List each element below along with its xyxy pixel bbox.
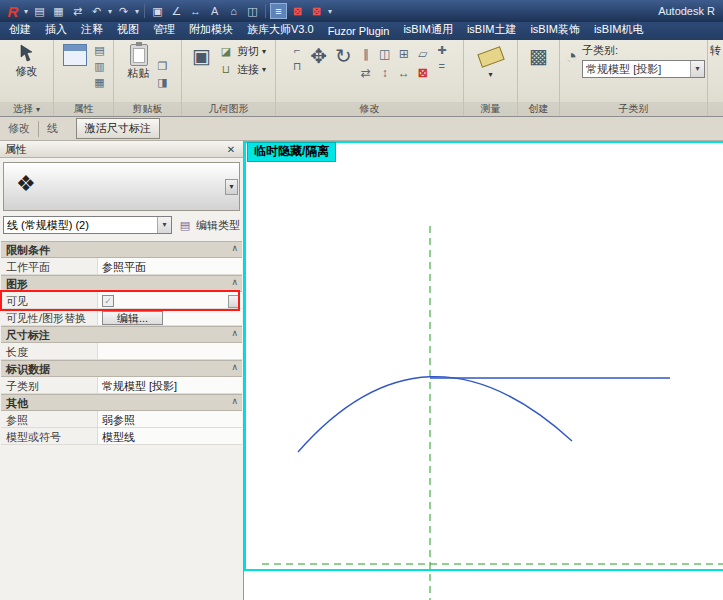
rotate-button[interactable]: ↻ (332, 43, 355, 69)
trim-icon[interactable]: ⇄ (357, 64, 375, 82)
tab-fuzor-plugin[interactable]: Fuzor Plugin (321, 23, 397, 40)
cut-geometry-big-button[interactable]: ▣ (189, 43, 214, 69)
modify-tool-button[interactable]: 修改 (13, 43, 41, 80)
tab-view[interactable]: 视图 (110, 20, 146, 40)
section-icon[interactable]: ◫ (244, 3, 261, 19)
thin-lines-icon[interactable]: ≡ (270, 3, 287, 19)
tab-isbim-decoration[interactable]: isBIM装饰 (523, 20, 587, 40)
subcategory-dropdown[interactable]: 常规模型 [投影] ▾ (582, 60, 705, 78)
tab-create[interactable]: 创建 (2, 20, 38, 40)
family-types-icon[interactable]: ▤ (92, 43, 108, 58)
properties-close-icon[interactable]: ✕ (224, 144, 238, 155)
section-graphics[interactable]: 图形∧ (1, 275, 242, 292)
redo-caret-icon[interactable]: ▾ (135, 7, 139, 16)
subcategory-value-cell[interactable]: 常规模型 [投影] (98, 377, 242, 393)
tab-isbim-mep[interactable]: isBIM机电 (587, 20, 651, 40)
edit-type-button[interactable]: ▤ 编辑类型 (177, 216, 240, 234)
panel-create: ▩ 创建 (518, 40, 560, 116)
revit-logo[interactable]: R (4, 3, 22, 20)
cut-geometry-button[interactable]: ◪ 剪切 ▾ (216, 43, 268, 60)
switch-windows-icon[interactable]: ⊠ (308, 3, 325, 19)
length-value[interactable] (98, 343, 242, 359)
default-3d-view-icon[interactable]: ⌂ (225, 3, 242, 19)
edit-type-label: 编辑类型 (196, 218, 240, 233)
tab-manage[interactable]: 管理 (146, 20, 182, 40)
undo-caret-icon[interactable]: ▾ (108, 7, 112, 16)
array-icon[interactable]: ⊞ (395, 45, 413, 63)
offset-icon[interactable]: ∥ (357, 45, 375, 63)
type-selector-dropdown[interactable]: 线 (常规模型) (2) ▾ (3, 216, 172, 234)
panel-label-properties[interactable]: 属性 (54, 102, 113, 116)
close-hidden-windows-icon[interactable]: ⊠ (289, 3, 306, 19)
section-dimensions[interactable]: 尺寸标注∧ (1, 326, 242, 343)
redo-icon[interactable]: ↷ (115, 3, 132, 19)
reference-value[interactable]: 弱参照 (98, 411, 242, 427)
view-graphics (244, 141, 723, 600)
tab-isbim-structure[interactable]: isBIM土建 (460, 20, 524, 40)
qat-customize-caret-icon[interactable]: ▾ (328, 7, 332, 16)
move-button[interactable]: ✥ (307, 43, 330, 69)
join-geometry-button[interactable]: ⊔ 连接 ▾ (216, 61, 268, 78)
cut-label: 剪切 (237, 44, 259, 59)
copy-icon[interactable]: ❐ (155, 59, 171, 74)
scale-icon[interactable]: ▱ (414, 45, 432, 63)
align-icon[interactable]: ⌐ (289, 43, 305, 58)
measure-icon[interactable]: ∠ (168, 3, 185, 19)
tab-isbim-general[interactable]: isBIM通用 (396, 20, 460, 40)
panel-label-subcategory[interactable]: 子类别 (560, 102, 707, 116)
family-category-icon[interactable]: ▥ (92, 59, 108, 74)
type-properties-icon[interactable]: ▦ (92, 75, 108, 90)
overflow-cut-label[interactable]: 转 (710, 43, 721, 58)
section-constraints[interactable]: 限制条件∧ (1, 241, 242, 258)
model-arc-line[interactable] (298, 377, 572, 452)
section-identity-data[interactable]: 标识数据∧ (1, 360, 242, 377)
panel-label-geometry[interactable]: 几何图形 (182, 102, 275, 116)
split-icon[interactable]: ↕ (376, 64, 394, 82)
panel-label-clipboard[interactable]: 剪贴板 (114, 102, 181, 116)
create-group-button[interactable]: ▩ (526, 43, 551, 69)
paste-button[interactable]: 粘贴 (125, 43, 153, 82)
type-preview[interactable]: ❖ ▾ (3, 162, 240, 211)
panel-label-select[interactable]: 选择 ▾ (0, 102, 53, 116)
preview-caret-icon[interactable]: ▾ (225, 179, 238, 195)
cut-icon[interactable] (155, 43, 171, 58)
tab-addins[interactable]: 附加模块 (182, 20, 240, 40)
work-plane-value[interactable]: 参照平面 (98, 258, 242, 274)
tab-annotate[interactable]: 注释 (74, 20, 110, 40)
subcategory-big-button[interactable]: ◔ (562, 43, 580, 69)
print-icon[interactable]: ▣ (149, 3, 166, 19)
sync-icon[interactable]: ⇄ (69, 3, 86, 19)
app-menu-caret-icon[interactable]: ▾ (24, 7, 28, 16)
undo-icon[interactable]: ↶ (88, 3, 105, 19)
associate-parameter-button[interactable] (228, 295, 239, 308)
save-icon[interactable]: ▦ (50, 3, 67, 19)
tab-insert[interactable]: 插入 (38, 20, 74, 40)
pin-icon[interactable]: ✚ (434, 43, 450, 58)
row-model-or-symbol: 模型或符号 模型线 (1, 428, 242, 445)
extend-icon[interactable]: ↔ (395, 64, 413, 82)
drawing-area[interactable]: 临时隐藏/隔离 (244, 141, 723, 600)
aligned-dimension-icon[interactable]: ↔ (187, 3, 204, 19)
panel-label-modify[interactable]: 修改 (276, 102, 463, 116)
model-or-symbol-value[interactable]: 模型线 (98, 428, 242, 444)
activate-dimensions-button[interactable]: 激活尺寸标注 (76, 118, 160, 139)
temporary-hide-isolate-badge[interactable]: 临时隐藏/隔离 (247, 142, 336, 162)
mirror-icon[interactable]: ◫ (376, 45, 394, 63)
match-type-icon[interactable]: ◨ (155, 75, 171, 90)
panel-label-create[interactable]: 创建 (518, 102, 559, 116)
properties-button[interactable] (60, 43, 90, 67)
measure-button[interactable]: ▾ (474, 43, 508, 80)
unpin-icon[interactable]: = (434, 59, 450, 74)
panel-label-measure[interactable]: 测量 (464, 102, 517, 116)
delete-icon[interactable]: ⊠ (414, 64, 432, 82)
open-icon[interactable]: ▤ (31, 3, 48, 19)
section-other[interactable]: 其他∧ (1, 394, 242, 411)
edit-overrides-button[interactable]: 编辑... (102, 311, 163, 325)
cope-icon[interactable]: ⊓ (289, 59, 305, 74)
toolbar-separator (265, 4, 266, 18)
options-bar: 修改 线 激活尺寸标注 (0, 117, 723, 141)
panel-caret-icon: ▾ (36, 105, 40, 114)
tab-family-master[interactable]: 族库大师V3.0 (240, 20, 321, 40)
text-icon[interactable]: A (206, 3, 223, 19)
visible-checkbox[interactable]: ✓ (102, 295, 114, 307)
